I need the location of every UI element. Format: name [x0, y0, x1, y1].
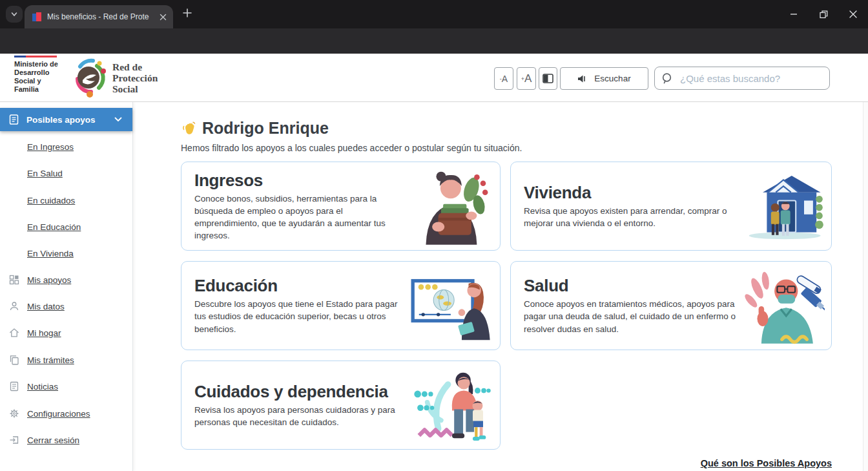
listen-label: Escuchar	[594, 74, 630, 83]
footer-info-link[interactable]: Qué son los Posibles Apoyos	[701, 458, 832, 468]
salud-illustration	[742, 266, 825, 345]
ministry-line: Familia	[14, 85, 63, 94]
main-content: Rodrigo Enrique Hemos filtrado los apoyo…	[133, 102, 868, 471]
document-icon	[9, 114, 19, 125]
browser-toolbar: reddeproteccion.cl/ciudadano/dashboard R	[0, 28, 868, 54]
contrast-toggle-button[interactable]	[539, 67, 557, 90]
chile-flag-bar	[14, 56, 57, 58]
tab-close-icon[interactable]	[160, 14, 167, 21]
sidebar-item-en-educacion[interactable]: En Educación	[27, 222, 81, 232]
card-title: Ingresos	[194, 171, 409, 191]
news-icon	[9, 381, 20, 392]
contrast-icon	[542, 74, 553, 83]
wave-hand-icon	[181, 121, 196, 136]
card-description: Conoce bonos, subsidios, herramientas pa…	[194, 193, 395, 242]
search-input[interactable]	[680, 73, 823, 84]
brand-line: Social	[112, 83, 158, 94]
ministry-logo: Ministerio de Desarrollo Social y Famili…	[14, 56, 63, 94]
window-minimize-button[interactable]	[779, 0, 809, 28]
header-search-box[interactable]	[654, 67, 830, 90]
ingresos-illustration	[411, 167, 493, 246]
browser-tabstrip: Mis beneficios - Red de Protecc	[0, 0, 868, 28]
sidebar-item-en-cuidados[interactable]: En cuidados	[27, 196, 75, 205]
brand-logo: Red de Protección Social	[70, 58, 158, 98]
sidebar-item-noticias[interactable]: Noticias	[9, 381, 58, 392]
ministry-line: Ministerio de	[14, 60, 63, 68]
sidebar-item-mis-tramites[interactable]: Mis trámites	[9, 355, 74, 365]
home-icon	[9, 328, 20, 338]
greeting-name: Rodrigo Enrique	[202, 119, 329, 138]
logout-icon	[9, 435, 20, 445]
sidebar-item-mi-hogar[interactable]: Mi hogar	[9, 328, 61, 338]
card-ingresos[interactable]: Ingresos Conoce bonos, subsidios, herram…	[181, 162, 501, 251]
card-title: Vivienda	[524, 183, 741, 203]
site-header: Ministerio de Desarrollo Social y Famili…	[0, 54, 868, 102]
card-description: Revisa que apoyos existen para arrendar,…	[524, 205, 738, 229]
gear-icon	[9, 408, 20, 419]
browser-tab[interactable]: Mis beneficios - Red de Protecc	[25, 5, 173, 28]
card-vivienda[interactable]: Vivienda Revisa que apoyos existen para …	[510, 162, 832, 251]
ministry-line: Desarrollo	[14, 68, 63, 77]
font-increase-button[interactable]: +A	[517, 67, 536, 90]
sidebar-item-mis-apoyos[interactable]: Mis apoyos	[9, 275, 71, 285]
listen-button[interactable]: Escuchar	[560, 67, 648, 90]
new-tab-button[interactable]	[182, 8, 192, 21]
sidebar-item-en-ingresos[interactable]: En Ingresos	[27, 142, 74, 152]
search-icon	[661, 72, 674, 85]
grid-icon	[9, 275, 20, 285]
sidebar-item-cerrar-sesion[interactable]: Cerrar sesión	[9, 435, 79, 445]
page-scrollbar[interactable]	[863, 102, 868, 471]
window-restore-button[interactable]	[809, 0, 838, 28]
sidebar: Posibles apoyos En Ingresos En Salud En …	[0, 102, 133, 471]
tab-title: Mis beneficios - Red de Protecc	[47, 12, 149, 21]
educacion-illustration	[411, 266, 493, 345]
minimize-icon	[790, 10, 798, 18]
card-description: Conoce apoyos en tratamientos médicos, a…	[524, 298, 738, 335]
tab-search-button[interactable]	[6, 6, 23, 23]
speaker-icon	[577, 74, 588, 83]
chevron-down-icon	[10, 10, 18, 18]
card-cuidados[interactable]: Cuidados y dependencia Revisa los apoyos…	[181, 361, 501, 450]
brand-line: Red de	[112, 61, 158, 72]
card-title: Educación	[194, 276, 409, 296]
copy-icon	[9, 355, 20, 365]
person-icon	[9, 301, 20, 311]
sidebar-item-posibles-apoyos[interactable]: Posibles apoyos	[0, 108, 132, 131]
card-title: Cuidados y dependencia	[194, 382, 409, 402]
card-description: Revisa los apoyos para personas cuidador…	[194, 404, 408, 428]
card-title: Salud	[524, 276, 741, 296]
font-decrease-button[interactable]: -A	[494, 67, 513, 90]
sidebar-active-label: Posibles apoyos	[26, 115, 96, 125]
card-educacion[interactable]: Educación Descubre los apoyos que tiene …	[181, 261, 501, 350]
card-salud[interactable]: Salud Conoce apoyos en tratamientos médi…	[510, 261, 832, 350]
brand-swirl-icon	[70, 58, 107, 98]
page-title: Rodrigo Enrique	[181, 119, 329, 138]
sidebar-item-en-vivienda[interactable]: En Vivienda	[27, 249, 74, 258]
sidebar-item-configuraciones[interactable]: Configuraciones	[9, 408, 90, 419]
plus-icon	[182, 8, 192, 18]
sidebar-item-en-salud[interactable]: En Salud	[27, 169, 63, 178]
cuidados-illustration	[411, 366, 493, 445]
chevron-down-icon[interactable]	[114, 117, 122, 122]
vivienda-illustration	[742, 167, 825, 246]
restore-icon	[820, 10, 828, 19]
sidebar-item-mis-datos[interactable]: Mis datos	[9, 301, 65, 311]
window-close-button[interactable]	[838, 0, 868, 28]
brand-line: Protección	[112, 72, 158, 83]
page-subtitle: Hemos filtrado los apoyos a los cuales p…	[181, 143, 522, 153]
site-favicon-icon	[32, 12, 41, 21]
ministry-line: Social y	[14, 77, 63, 85]
card-description: Descubre los apoyos que tiene el Estado …	[194, 298, 401, 335]
close-icon	[849, 10, 857, 18]
